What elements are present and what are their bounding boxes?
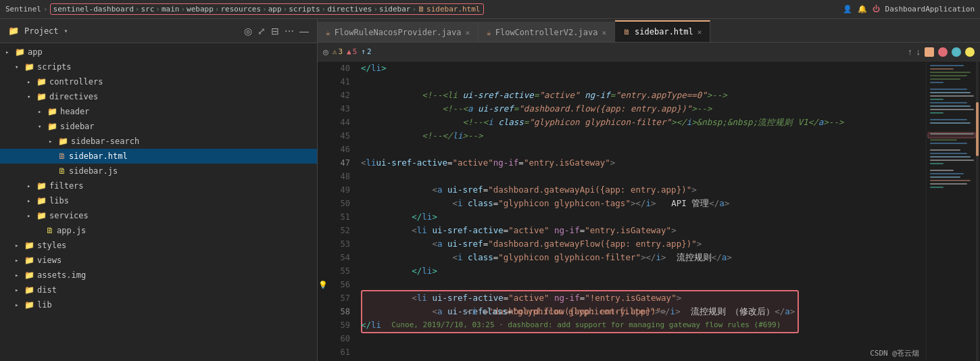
arrow-icon: ▸ bbox=[27, 197, 36, 204]
folder-assets-icon: 📁 bbox=[24, 270, 34, 280]
top-bar: Sentinel › sentinel-dashboard › src › ma… bbox=[0, 0, 980, 19]
folder-icon: 📁 bbox=[8, 26, 19, 36]
tree-item-sidebar[interactable]: ▾ 📁 sidebar bbox=[0, 119, 317, 134]
svg-rect-14 bbox=[930, 119, 967, 120]
top-bar-right: 👤 🔔 ⏻ DashboardApplication bbox=[843, 5, 975, 14]
power-icon[interactable]: ⏻ bbox=[873, 5, 880, 14]
tree-label-app: app bbox=[28, 47, 43, 57]
code-line-55 bbox=[361, 264, 926, 278]
tree-label-scripts: scripts bbox=[37, 62, 72, 72]
tree-item-sidebar-html[interactable]: 🗎 sidebar.html bbox=[0, 149, 317, 164]
folder-styles-icon: 📁 bbox=[24, 241, 34, 250]
hide-icon[interactable]: ◎ bbox=[323, 47, 328, 57]
tree-item-dist[interactable]: ▸ 📁 dist bbox=[0, 283, 317, 297]
svg-rect-6 bbox=[930, 89, 967, 90]
breadcrumb-scripts: scripts bbox=[289, 5, 320, 14]
tree-item-services[interactable]: ▸ 📁 services bbox=[0, 208, 317, 223]
folder-scripts-icon: 📁 bbox=[24, 62, 34, 72]
svg-rect-8 bbox=[930, 95, 974, 97]
svg-rect-29 bbox=[930, 183, 967, 185]
tree-item-lib[interactable]: ▸ 📁 lib bbox=[0, 297, 317, 312]
folder-sidebar-search-icon: 📁 bbox=[58, 137, 68, 146]
target-icon-btn[interactable]: ◎ bbox=[244, 26, 252, 37]
breadcrumb-html-icon: 🗎 bbox=[418, 5, 425, 14]
tab-sidebar-html[interactable]: 🗎 sidebar.html ✕ bbox=[615, 20, 710, 42]
color-icon-3 bbox=[952, 47, 961, 57]
expand-btn[interactable]: ⤢ bbox=[258, 26, 266, 37]
close-sidebar-btn[interactable]: — bbox=[299, 26, 309, 37]
code-line-44: <!--<i class="glyphicon glyphicon-filter… bbox=[361, 116, 926, 129]
color-icon-2 bbox=[938, 47, 948, 57]
arrow-icon: ▾ bbox=[27, 93, 36, 100]
breadcrumb-sidebar: sidebar bbox=[379, 5, 410, 14]
folder-views-icon: 📁 bbox=[24, 256, 34, 265]
lightbulb-gutter-icon[interactable]: 💡 bbox=[318, 278, 328, 291]
arrow-icon: ▸ bbox=[15, 257, 24, 264]
breadcrumb-resources: resources bbox=[220, 5, 261, 14]
code-content[interactable]: </li> <!--<li ui-sref-active="active" ng… bbox=[356, 62, 926, 361]
svg-rect-12 bbox=[930, 109, 974, 110]
js-file-icon: 🗎 bbox=[58, 166, 66, 176]
tree-item-scripts[interactable]: ▾ 📁 scripts bbox=[0, 59, 317, 74]
tree-label-sidebar-html: sidebar.html bbox=[69, 151, 128, 161]
folder-controllers-icon: 📁 bbox=[36, 77, 47, 87]
account-icon[interactable]: 👤 bbox=[843, 5, 852, 14]
tab-flow-nacos[interactable]: ☕ FlowRuleNacosProvider.java ✕ bbox=[318, 22, 479, 42]
tree-label-services: services bbox=[49, 211, 89, 220]
tree-item-assets[interactable]: ▸ 📁 assets.img bbox=[0, 268, 317, 283]
breadcrumb-directives: directives bbox=[327, 5, 372, 14]
tree-label-views: views bbox=[37, 256, 62, 265]
close-icon-3[interactable]: ✕ bbox=[697, 28, 702, 37]
svg-rect-13 bbox=[930, 112, 944, 114]
tree-item-views[interactable]: ▸ 📁 views bbox=[0, 253, 317, 268]
tree-item-appjs[interactable]: 🗎 app.js bbox=[0, 223, 317, 238]
folder-services-icon: 📁 bbox=[36, 211, 47, 220]
gutter-area: 💡 bbox=[318, 62, 328, 361]
svg-rect-17 bbox=[930, 133, 974, 135]
tree-item-libs[interactable]: ▸ 📁 libs bbox=[0, 193, 317, 208]
tree-item-sidebar-js[interactable]: 🗎 sidebar.js bbox=[0, 164, 317, 178]
breadcrumb-sep: › bbox=[43, 5, 48, 14]
tree-item-filters[interactable]: ▸ 📁 filters bbox=[0, 178, 317, 193]
breadcrumb-main: main bbox=[162, 5, 180, 14]
html-icon-tab: 🗎 bbox=[623, 28, 631, 37]
tab-flow-controller[interactable]: ☕ FlowControllerV2.java ✕ bbox=[479, 22, 615, 42]
arrow-icon: ▸ bbox=[27, 183, 36, 189]
svg-rect-7 bbox=[930, 92, 971, 93]
tree-label-appjs: app.js bbox=[57, 226, 86, 235]
folder-dist-icon: 📁 bbox=[24, 285, 34, 295]
tree-item-controllers[interactable]: ▸ 📁 controllers bbox=[0, 74, 317, 89]
warn-badge: ⚠ 3 bbox=[333, 47, 343, 56]
code-line-43: <!--<a ui-sref="dashboard.flow({app: ent… bbox=[361, 102, 926, 116]
tree-label-controllers: controllers bbox=[49, 77, 103, 87]
tree-item-header[interactable]: ▸ 📁 header bbox=[0, 104, 317, 119]
svg-rect-2 bbox=[930, 72, 971, 73]
tree-item-app[interactable]: ▸ 📁 app bbox=[0, 45, 317, 59]
arrow-icon: ▸ bbox=[15, 302, 24, 308]
chevron-down-icon[interactable]: ▾ bbox=[64, 27, 68, 34]
up-btn[interactable]: ↑ bbox=[908, 47, 912, 57]
minimap-thumb[interactable] bbox=[976, 102, 979, 156]
tree-item-directives[interactable]: ▾ 📁 directives bbox=[0, 89, 317, 104]
arrow-icon: ▸ bbox=[5, 49, 15, 55]
collapse-btn[interactable]: ⊟ bbox=[271, 26, 279, 37]
down-btn[interactable]: ↓ bbox=[916, 47, 921, 57]
close-icon-1[interactable]: ✕ bbox=[465, 28, 470, 37]
app-title: DashboardApplication bbox=[885, 5, 975, 14]
tree-label-directives: directives bbox=[49, 92, 98, 101]
folder-filters-icon: 📁 bbox=[36, 181, 47, 191]
folder-directives-icon: 📁 bbox=[36, 92, 47, 101]
bell-icon[interactable]: 🔔 bbox=[858, 5, 867, 14]
svg-rect-0 bbox=[930, 65, 964, 66]
breadcrumb-app: app bbox=[268, 5, 282, 14]
svg-rect-18 bbox=[930, 139, 957, 141]
code-line-42: <!--<li ui-sref-active="active" ng-if="e… bbox=[361, 89, 926, 102]
svg-rect-24 bbox=[930, 163, 944, 164]
close-icon-2[interactable]: ✕ bbox=[602, 28, 606, 37]
folder-libs-icon: 📁 bbox=[36, 196, 47, 206]
arrow-icon: ▸ bbox=[27, 78, 36, 85]
more-options-btn[interactable]: ⋯ bbox=[285, 26, 294, 37]
tree-item-sidebar-search[interactable]: ▸ 📁 sidebar-search bbox=[0, 134, 317, 149]
tree-item-styles[interactable]: ▸ 📁 styles bbox=[0, 238, 317, 253]
breadcrumb-src: src bbox=[141, 5, 154, 14]
